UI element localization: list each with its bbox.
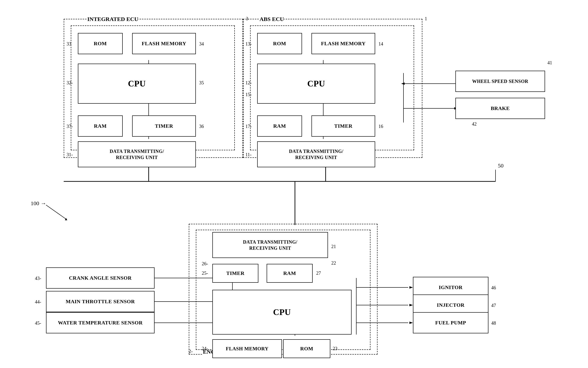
ref-15: 15- xyxy=(245,92,252,97)
ref-13: 13- xyxy=(245,41,252,47)
integrated-ecu-flash-box: FLASH MEMORY xyxy=(132,33,196,54)
abs-ecu-data-label: DATA TRANSMITTING/ RECEIVING UNIT xyxy=(289,148,344,160)
water-sensor-label: WATER TEMPERATURE SENSOR xyxy=(58,320,143,326)
integrated-ecu-rom-box: ROM xyxy=(78,33,123,54)
ref-47: 47 xyxy=(491,303,496,308)
integrated-ecu-timer-label: TIMER xyxy=(155,123,173,129)
ref-12: 12- xyxy=(245,80,252,85)
engine-ecu-rom-label: ROM xyxy=(300,346,313,352)
svg-marker-26 xyxy=(409,286,413,289)
fuel-pump-label: FUEL PUMP xyxy=(435,320,466,326)
integrated-ecu-ram-label: RAM xyxy=(94,123,107,129)
ref-35: 35 xyxy=(199,80,204,85)
ref-27: 27 xyxy=(316,270,321,276)
ref-24: 24- xyxy=(202,346,208,351)
engine-ecu-ram-label: RAM xyxy=(283,270,296,276)
abs-ecu-cpu-box: CPU xyxy=(257,64,375,104)
brake-label: BRAKE xyxy=(491,105,510,111)
engine-ecu-flash-label: FLASH MEMORY xyxy=(226,346,269,352)
ref-14: 14 xyxy=(378,41,383,47)
ref-31: 31- xyxy=(67,152,73,157)
integrated-ecu-ram-box: RAM xyxy=(78,115,123,137)
ref-36: 36 xyxy=(199,124,204,129)
ref-42: 42 xyxy=(472,121,477,127)
integrated-ecu-cpu-label: CPU xyxy=(128,79,146,89)
ref-50: 50 xyxy=(498,163,503,169)
ref-48: 48 xyxy=(491,320,496,326)
abs-ecu-data-box: DATA TRANSMITTING/ RECEIVING UNIT xyxy=(257,141,375,167)
ref-11: 11- xyxy=(245,152,251,157)
ref-41: 41 xyxy=(547,60,552,65)
fuel-pump-box: FUEL PUMP xyxy=(413,312,488,333)
crank-sensor-label: CRANK ANGLE SENSOR xyxy=(69,275,132,281)
ref-21: 21 xyxy=(331,244,336,249)
abs-ecu-rom-box: ROM xyxy=(257,33,302,54)
ref-32: 32- xyxy=(67,80,73,85)
engine-ecu-timer-label: TIMER xyxy=(226,270,244,276)
water-sensor-box: WATER TEMPERATURE SENSOR xyxy=(46,312,154,333)
engine-ecu-flash-box: FLASH MEMORY xyxy=(212,339,282,358)
svg-marker-30 xyxy=(409,322,413,324)
ref-46: 46 xyxy=(491,285,496,291)
brake-box: BRAKE xyxy=(455,98,545,119)
crank-sensor-box: CRANK ANGLE SENSOR xyxy=(46,267,154,289)
ref-100: 100 → xyxy=(31,200,46,207)
injector-label: INJECTOR xyxy=(437,302,464,308)
abs-ecu-rom-label: ROM xyxy=(273,40,286,47)
integrated-ecu-label: INTEGRATED ECU xyxy=(87,16,138,22)
abs-ecu-flash-label: FLASH MEMORY xyxy=(321,40,366,47)
ref-45: 45- xyxy=(35,320,41,326)
abs-ecu-ram-box: RAM xyxy=(257,115,302,137)
ref-2: 2- xyxy=(189,349,193,354)
ref-37: 37- xyxy=(67,124,73,129)
ref-16: 16 xyxy=(378,124,383,129)
throttle-sensor-label: MAIN THROTTLE SENSOR xyxy=(66,298,135,305)
ref-44: 44- xyxy=(35,299,41,305)
ref-43: 43- xyxy=(35,276,41,281)
engine-ecu-timer-box: TIMER xyxy=(212,264,258,283)
integrated-ecu-timer-box: TIMER xyxy=(132,115,196,137)
ref-22: 22 xyxy=(331,260,336,266)
svg-marker-35 xyxy=(65,218,67,220)
ref-26: 26- xyxy=(202,261,208,267)
ref-25: 25- xyxy=(202,270,208,276)
wheel-speed-sensor-label: WHEEL SPEED SENSOR xyxy=(472,79,528,84)
integrated-ecu-cpu-box: CPU xyxy=(78,64,196,104)
ref-17: 17- xyxy=(245,124,252,129)
svg-line-34 xyxy=(46,205,66,219)
ref-23: 23 xyxy=(333,346,337,351)
abs-ecu-ram-label: RAM xyxy=(273,123,286,129)
engine-ecu-ram-box: RAM xyxy=(267,264,313,283)
svg-marker-28 xyxy=(409,304,413,306)
abs-ecu-label: ABS ECU xyxy=(260,16,284,22)
wheel-speed-sensor-box: WHEEL SPEED SENSOR xyxy=(455,71,545,92)
abs-ecu-flash-box: FLASH MEMORY xyxy=(311,33,375,54)
throttle-sensor-box: MAIN THROTTLE SENSOR xyxy=(46,291,154,312)
abs-ecu-timer-box: TIMER xyxy=(311,115,375,137)
ref-33: 33 xyxy=(67,41,71,47)
engine-ecu-cpu-label: CPU xyxy=(273,307,291,317)
abs-ecu-timer-label: TIMER xyxy=(334,123,352,129)
engine-ecu-data-label: DATA TRANSMITTING/ RECEIVING UNIT xyxy=(243,239,298,251)
engine-ecu-rom-box: ROM xyxy=(283,339,330,358)
abs-ecu-cpu-label: CPU xyxy=(307,79,325,89)
integrated-ecu-data-box: DATA TRANSMITTING/ RECEIVING UNIT xyxy=(78,141,196,167)
integrated-ecu-data-label: DATA TRANSMITTING/ RECEIVING UNIT xyxy=(110,148,164,160)
ignitor-label: IGNITOR xyxy=(439,284,463,291)
ref-34: 34 xyxy=(199,41,204,47)
engine-ecu-data-box: DATA TRANSMITTING/ RECEIVING UNIT xyxy=(212,232,328,258)
integrated-ecu-rom-label: ROM xyxy=(94,40,107,47)
engine-ecu-cpu-box: CPU xyxy=(212,290,352,335)
integrated-ecu-flash-label: FLASH MEMORY xyxy=(142,40,186,47)
abs-ecu-ref: 1 xyxy=(425,16,427,21)
